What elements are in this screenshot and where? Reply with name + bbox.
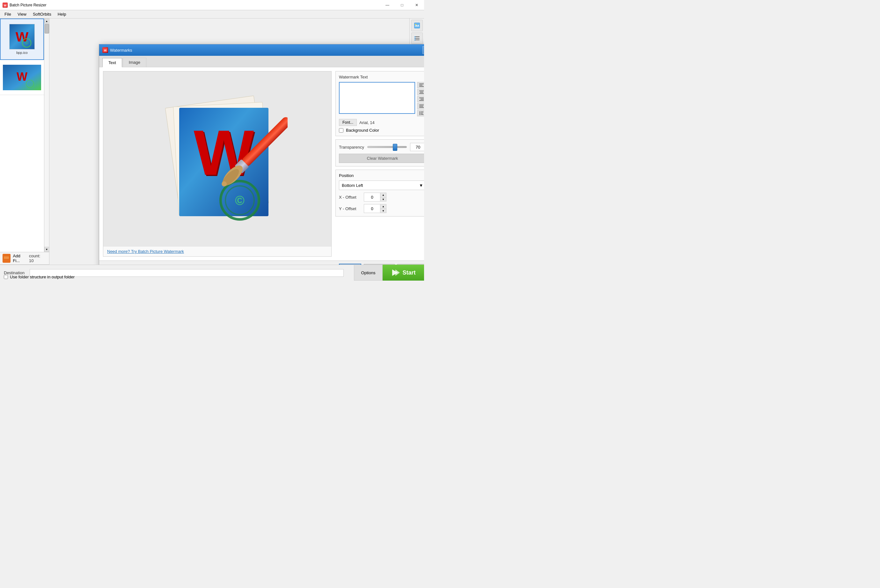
svg-rect-49 — [419, 107, 424, 108]
menu-softorbits[interactable]: SoftOrbits — [30, 11, 54, 17]
maximize-button[interactable]: □ — [395, 0, 409, 10]
position-dropdown-value: Bottom Left — [342, 183, 363, 188]
svg-rect-48 — [419, 106, 423, 106]
ok-button[interactable]: OK — [339, 264, 361, 265]
help-button[interactable]: Справка — [397, 264, 424, 265]
x-offset-input[interactable] — [364, 193, 380, 201]
transparency-slider[interactable] — [367, 146, 407, 148]
left-panel-scrollbar[interactable]: ▲ ▼ — [44, 18, 49, 252]
align-btn-2[interactable] — [417, 89, 424, 95]
left-panel-scroll: W © bpp.ico — [0, 18, 49, 252]
watermark-text-title: Watermark Text — [339, 75, 424, 80]
y-offset-spinners: ▲ ▼ — [380, 204, 386, 213]
menu-file[interactable]: File — [1, 11, 14, 17]
view-image-btn[interactable] — [411, 20, 423, 31]
svg-rect-51 — [421, 112, 423, 112]
bg-color-label: Background Color — [346, 128, 379, 133]
svg-rect-44 — [419, 98, 424, 98]
position-title: Position — [339, 173, 424, 178]
thumbnail-item-photo[interactable]: W — [0, 60, 44, 95]
bg-color-checkbox[interactable] — [339, 128, 343, 133]
y-offset-down[interactable]: ▼ — [380, 208, 386, 213]
tab-image[interactable]: Image — [123, 58, 146, 67]
y-offset-input[interactable] — [364, 204, 380, 213]
scrollbar-thumb[interactable] — [45, 24, 49, 33]
dialog-body: W © — [99, 67, 424, 261]
svg-rect-45 — [421, 99, 424, 99]
position-dropdown[interactable]: Bottom Left ▼ — [339, 180, 424, 190]
svg-rect-38 — [419, 84, 424, 84]
menu-help[interactable]: Help — [54, 11, 69, 17]
bottom-bar: Destination Use folder structure in outp… — [0, 265, 424, 280]
text-align-panel — [417, 82, 424, 116]
dialog-titlebar: W Watermarks ✕ — [99, 44, 424, 56]
dialog-tabs: Text Image — [99, 56, 424, 67]
view-list-btn[interactable] — [411, 33, 423, 44]
menu-view[interactable]: View — [14, 11, 30, 17]
bg-color-row: Background Color — [339, 128, 424, 133]
close-button[interactable]: ✕ — [409, 0, 424, 10]
title-bar-controls: — □ ✕ — [380, 0, 424, 10]
thumbnail-list: W © bpp.ico — [0, 18, 44, 252]
transparency-label: Transparency — [339, 145, 364, 150]
preview-image: W © — [103, 71, 331, 246]
menu-bar: File View SoftOrbits Help — [0, 10, 424, 18]
thumbnail-item-bpp[interactable]: W © bpp.ico — [0, 18, 44, 60]
start-button[interactable]: Start — [382, 265, 424, 280]
svg-text:W: W — [193, 117, 254, 188]
scrollbar-track[interactable] — [44, 24, 49, 247]
dialog-footer: OK Отмена Справка — [99, 261, 424, 265]
start-icon — [391, 269, 400, 276]
font-display: Arial, 14 — [359, 120, 375, 125]
minimize-button[interactable]: — — [380, 0, 395, 10]
position-section: Position Bottom Left ▼ X - Offset — [336, 170, 424, 216]
align-btn-3[interactable] — [417, 96, 424, 102]
font-button[interactable]: Font... — [339, 119, 357, 126]
add-files-label[interactable]: Add Fi... — [13, 254, 27, 263]
x-offset-down[interactable]: ▼ — [380, 197, 386, 201]
slider-thumb[interactable] — [393, 144, 397, 151]
options-label: Options — [361, 270, 376, 275]
clear-watermark-button[interactable]: Clear Watermark — [339, 154, 424, 163]
folder-checkbox[interactable] — [4, 275, 8, 279]
align-btn-1[interactable] — [417, 82, 424, 88]
align-btn-4[interactable] — [417, 103, 424, 110]
watermarks-dialog: W Watermarks ✕ Text Image — [99, 44, 424, 265]
watermark-text-input[interactable] — [339, 82, 415, 114]
svg-text:©: © — [25, 40, 28, 45]
svg-rect-43 — [419, 93, 424, 94]
svg-rect-18 — [414, 38, 415, 39]
svg-rect-41 — [419, 90, 424, 91]
scroll-up-arrow[interactable]: ▲ — [44, 18, 49, 24]
left-panel: W © bpp.ico — [0, 18, 49, 265]
y-offset-up[interactable]: ▲ — [380, 204, 386, 208]
svg-text:W: W — [104, 49, 107, 52]
cancel-button[interactable]: Отмена — [364, 264, 395, 265]
batch-watermark-link[interactable]: Need more? Try Batch Picture Watermark — [107, 249, 184, 254]
options-button[interactable]: Options — [354, 265, 382, 280]
svg-rect-47 — [419, 105, 424, 105]
app-icon: W — [3, 3, 7, 8]
y-offset-label: Y - Offset — [339, 206, 361, 211]
svg-point-13 — [415, 24, 417, 25]
y-offset-input-group: ▲ ▼ — [364, 204, 387, 213]
align-btn-5[interactable] — [417, 110, 424, 116]
preview-area: W © — [103, 71, 331, 257]
svg-rect-46 — [419, 100, 424, 101]
scroll-down-arrow[interactable]: ▼ — [44, 247, 49, 252]
transparency-row: Transparency — [339, 143, 424, 151]
tab-text[interactable]: Text — [102, 58, 122, 67]
transparency-input[interactable] — [410, 143, 424, 151]
dialog-close-button[interactable]: ✕ — [423, 46, 424, 54]
svg-rect-50 — [420, 111, 420, 115]
destination-input[interactable] — [30, 269, 344, 277]
svg-rect-40 — [419, 86, 424, 87]
x-offset-up[interactable]: ▲ — [380, 193, 386, 197]
add-files-bar: Add Fi... count: 10 — [0, 252, 49, 265]
dialog-title: Watermarks — [110, 48, 132, 52]
folder-checkbox-row: Use folder structure in output folder — [4, 274, 75, 279]
thumbnail-label-bpp: bpp.ico — [16, 51, 27, 54]
count-badge: count: 10 — [29, 254, 46, 263]
svg-rect-19 — [414, 39, 415, 40]
svg-rect-10 — [4, 256, 9, 259]
